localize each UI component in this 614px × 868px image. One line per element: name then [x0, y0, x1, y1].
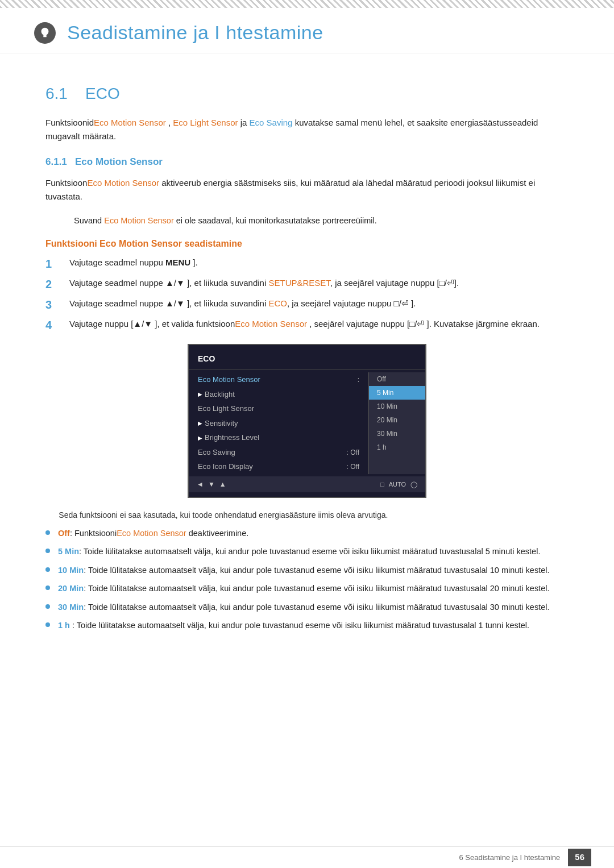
step-2-text: Vajutage seadmel nuppe ▲/▼ ], et liikuda…	[69, 277, 569, 292]
step-2: 2 Vajutage seadmel nuppe ▲/▼ ], et liiku…	[45, 277, 569, 292]
footer-page-number: 56	[568, 849, 591, 866]
subsection-desc: FunktsioonEco Motion Sensor aktiveerub e…	[45, 176, 569, 203]
eco-nav-bar: ◄ ▼ ▲ □ AUTO ◯	[189, 476, 425, 492]
eco-row-backlight: ▶ Backlight	[189, 387, 368, 402]
func2-label: Eco Light Sensor	[173, 118, 238, 127]
step-3-number: 3	[45, 297, 67, 312]
steps-list: 1 Vajutage seadmel nuppu MENU ]. 2 Vajut…	[45, 256, 569, 333]
eco-row-light-sensor: Eco Light Sensor	[189, 401, 368, 416]
bullet-dot-10min	[45, 567, 50, 572]
submenu-1h: 1 h	[369, 441, 425, 454]
submenu-off: Off	[369, 372, 425, 386]
bullet-dot-off	[45, 530, 50, 535]
option-5min: 5 Min: Toide lülitatakse automaatselt vä…	[45, 545, 569, 558]
nav-enter-icon: □	[380, 480, 384, 489]
submenu-10min: 10 Min	[369, 400, 425, 413]
intro-before: Funktsioonid	[45, 118, 94, 127]
func-heading: Funktsiooni Eco Motion Sensor seadistami…	[45, 237, 569, 251]
nav-left-icon: ◄	[197, 479, 204, 489]
step-4: 4 Vajutage nuppu [▲/▼ ], et valida funkt…	[45, 318, 569, 333]
desc-before: Funktsioon	[45, 178, 87, 188]
submenu-30min: 30 Min	[369, 427, 425, 441]
intro-paragraph: FunktsioonidEco Motion Sensor , Eco Ligh…	[45, 116, 569, 143]
eco-row-brightness: ▶ Brightness Level	[189, 430, 368, 445]
option-20min-text: 20 Min: Toide lülitatakse automaatselt v…	[58, 582, 550, 595]
option-20min: 20 Min: Toide lülitatakse automaatselt v…	[45, 582, 569, 595]
func1-label: Eco Motion Sensor	[94, 118, 166, 127]
main-content: 6.1 ECO FunktsioonidEco Motion Sensor , …	[0, 53, 614, 672]
eco-row-sensitivity: ▶ Sensitivity	[189, 416, 368, 431]
step-3-text: Vajutage seadmel nuppe ▲/▼ ], et liikuda…	[69, 297, 569, 312]
option-1h-text: 1 h : Toide lülitatakse automaatselt väl…	[58, 619, 529, 632]
step-2-number: 2	[45, 277, 67, 292]
bullet-dot-5min	[45, 549, 50, 553]
option-off-text: Off: FunktsiooniEco Motion Sensor deakti…	[58, 527, 248, 539]
step-1: 1 Vajutage seadmel nuppu MENU ].	[45, 256, 569, 271]
intro-mid1: ,	[166, 118, 173, 127]
note-text: Suvand Eco Motion Sensor ei ole saadaval…	[74, 216, 377, 225]
func3-label: Eco Saving	[250, 118, 293, 127]
eco-menu-title: ECO	[189, 352, 425, 370]
footer-text: 6 Seadistamine ja I htestamine	[459, 852, 561, 863]
intro-mid2: ja	[238, 118, 250, 127]
eco-menu-rows: Eco Motion Sensor : ▶ Backlight Eco Ligh…	[189, 372, 368, 474]
option-10min-text: 10 Min: Toide lülitatakse automaatselt v…	[58, 564, 550, 576]
bullet-dot-30min	[45, 604, 50, 609]
warning-note: Seda funktsiooni ei saa kasutada, kui to…	[45, 509, 569, 521]
page-footer: 6 Seadistamine ja I htestamine 56	[0, 846, 614, 868]
nav-auto-label: AUTO	[389, 480, 406, 489]
eco-row-motion: Eco Motion Sensor :	[189, 372, 368, 387]
eco-row-saving: Eco Saving : Off	[189, 445, 368, 460]
note-box: Suvand Eco Motion Sensor ei ole saadaval…	[74, 215, 569, 227]
eco-nav-right: □ AUTO ◯	[380, 480, 417, 489]
eco-menu-screenshot: ECO Eco Motion Sensor : ▶ Backlight Eco …	[45, 344, 569, 498]
bullet-dot-20min	[45, 585, 50, 590]
page-title: Seadistamine ja I htestamine	[67, 18, 323, 47]
nav-down-icon: ▼	[208, 479, 215, 489]
eco-submenu: Off 5 Min 10 Min 20 Min 30 Min 1 h	[368, 372, 425, 474]
submenu-5min: 5 Min	[369, 386, 425, 400]
section-number: 6.1 ECO	[45, 82, 569, 106]
option-30min-text: 30 Min: Toide lülitatakse automaatselt v…	[58, 601, 550, 613]
option-30min: 30 Min: Toide lülitatakse automaatselt v…	[45, 601, 569, 613]
icon-svg	[39, 27, 51, 39]
options-list: Off: FunktsiooniEco Motion Sensor deakti…	[45, 527, 569, 632]
bullet-dot-1h	[45, 622, 50, 627]
step-3: 3 Vajutage seadmel nuppe ▲/▼ ], et liiku…	[45, 297, 569, 312]
desc-highlight: Eco Motion Sensor	[87, 178, 159, 188]
nav-power-icon: ◯	[410, 480, 417, 489]
step-4-text: Vajutage nuppu [▲/▼ ], et valida funktsi…	[69, 318, 569, 333]
eco-menu-panel: ECO Eco Motion Sensor : ▶ Backlight Eco …	[188, 344, 426, 498]
step-1-number: 1	[45, 256, 67, 271]
eco-nav-left: ◄ ▼ ▲	[197, 479, 226, 489]
step-4-number: 4	[45, 318, 67, 333]
subsection-title: 6.1.1 Eco Motion Sensor	[45, 155, 569, 169]
eco-row-icon: Eco Icon Display : Off	[189, 459, 368, 474]
option-10min: 10 Min: Toide lülitatakse automaatselt v…	[45, 564, 569, 576]
option-off: Off: FunktsiooniEco Motion Sensor deakti…	[45, 527, 569, 539]
option-1h: 1 h : Toide lülitatakse automaatselt väl…	[45, 619, 569, 632]
page-header: Seadistamine ja I htestamine	[0, 8, 614, 53]
submenu-20min: 20 Min	[369, 413, 425, 427]
step-1-text: Vajutage seadmel nuppu MENU ].	[69, 256, 569, 271]
nav-up-icon: ▲	[219, 479, 226, 489]
option-5min-text: 5 Min: Toide lülitatakse automaatselt vä…	[58, 545, 540, 558]
header-stripe	[0, 0, 614, 8]
document-icon	[34, 22, 56, 44]
